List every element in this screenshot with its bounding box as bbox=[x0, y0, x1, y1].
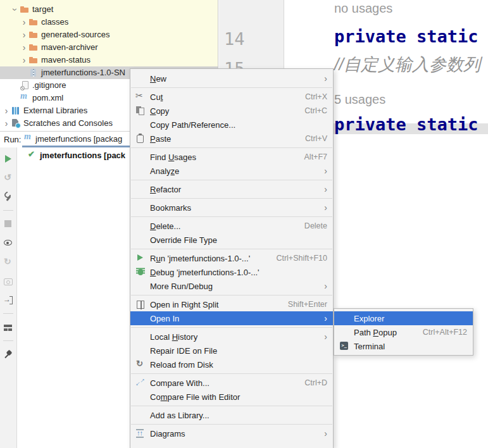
menu-separator bbox=[131, 295, 332, 296]
menu-item-shortcut: Delete bbox=[304, 221, 327, 230]
menu-item-copy-path-reference[interactable]: Copy Path/Reference... bbox=[130, 118, 333, 132]
menu-item-open-in-right-split[interactable]: Open in Right SplitShift+Enter bbox=[130, 297, 333, 311]
code-keyword[interactable]: private static bbox=[334, 115, 479, 134]
menu-item-label: Reload from Disk bbox=[150, 360, 213, 370]
stop-icon[interactable] bbox=[3, 219, 13, 229]
settings-icon[interactable] bbox=[3, 192, 13, 202]
menu-item-label: Analyze bbox=[150, 166, 179, 176]
chevron-right-icon[interactable]: › bbox=[2, 117, 11, 130]
menu-icon-spacer bbox=[339, 327, 350, 337]
chevron-right-icon[interactable]: › bbox=[20, 28, 28, 41]
submenu-arrow-icon: › bbox=[324, 314, 327, 323]
show-options-icon[interactable] bbox=[3, 238, 13, 248]
menu-icon-spacer bbox=[135, 120, 146, 130]
thread-dump-icon[interactable] bbox=[3, 295, 13, 305]
menu-item-shortcut: Ctrl+X bbox=[305, 92, 327, 101]
layout-icon[interactable] bbox=[3, 322, 13, 332]
menu-item-diagrams[interactable]: Diagrams› bbox=[130, 426, 333, 440]
tree-item-label: External Libraries bbox=[23, 104, 87, 117]
menu-item-new[interactable]: New› bbox=[130, 72, 333, 85]
submenu-arrow-icon: › bbox=[324, 74, 327, 83]
run-tab[interactable]: jmeterfunctions [packag bbox=[23, 134, 122, 144]
menu-item-override-file-type[interactable]: Override File Type bbox=[130, 233, 333, 247]
chevron-right-icon[interactable]: › bbox=[20, 41, 28, 54]
menu-item-more-run-debug[interactable]: More Run/Debug› bbox=[130, 279, 333, 293]
menu-icon-spacer bbox=[135, 410, 146, 420]
usages-inlay-hint[interactable]: 5 usages bbox=[334, 92, 385, 107]
usages-inlay-hint[interactable]: no usages bbox=[334, 1, 392, 16]
menu-item-compare-file-with-editor[interactable]: Compare File with Editor bbox=[130, 390, 333, 404]
tree-item-label: Scratches and Consoles bbox=[23, 117, 113, 130]
tree-item-maven-status[interactable]: ›maven-status bbox=[0, 54, 218, 66]
code-comment[interactable]: //自定义输入参数列 bbox=[334, 53, 480, 76]
menu-item-paste[interactable]: PasteCtrl+V bbox=[130, 132, 333, 146]
menu-item-add-as-library[interactable]: Add as Library... bbox=[130, 408, 333, 422]
run-panel-label: Run: bbox=[4, 135, 21, 144]
menu-item-shortcut: Ctrl+C bbox=[304, 106, 327, 115]
rerun-failed-icon[interactable] bbox=[3, 173, 13, 183]
menu-item-open-in[interactable]: Open In› bbox=[130, 311, 333, 325]
menu-item-label: Override File Type bbox=[150, 235, 217, 245]
chevron-right-icon[interactable]: › bbox=[2, 104, 11, 117]
menu-separator bbox=[131, 87, 332, 88]
run-configuration-row[interactable]: jmeterfunctions [pack bbox=[27, 150, 125, 160]
menu-item-repair-ide-on-file[interactable]: Repair IDE on File bbox=[130, 344, 333, 358]
menu-icon-spacer bbox=[135, 281, 146, 291]
menu-icon-spacer bbox=[135, 313, 146, 323]
menu-separator bbox=[131, 180, 332, 180]
camera-icon[interactable] bbox=[3, 276, 13, 286]
menu-item-copy[interactable]: CopyCtrl+C bbox=[130, 104, 333, 118]
tree-item-target[interactable]: ›target bbox=[0, 3, 218, 16]
run-configuration-label: jmeterfunctions [pack bbox=[40, 151, 125, 160]
menu-item-shortcut: Ctrl+Shift+F10 bbox=[276, 254, 327, 263]
menu-item-label: Open in Right Split bbox=[150, 300, 218, 309]
menu-icon-spacer bbox=[135, 152, 146, 162]
run-icon[interactable] bbox=[3, 154, 13, 164]
restart-icon[interactable] bbox=[3, 257, 13, 267]
menu-item-debug-jmeterfunctions-1-0[interactable]: Debug 'jmeterfunctions-1.0-...' bbox=[130, 265, 333, 279]
menu-icon-spacer bbox=[135, 392, 146, 402]
menu-separator bbox=[131, 373, 332, 374]
menu-separator bbox=[131, 424, 332, 425]
menu-item-label: Debug 'jmeterfunctions-1.0-...' bbox=[150, 268, 260, 277]
paste-icon bbox=[135, 134, 146, 144]
tree-item-maven-archiver[interactable]: ›maven-archiver bbox=[0, 41, 218, 54]
menu-item-find-usages[interactable]: Find UsagesAlt+F7 bbox=[130, 150, 333, 164]
menu-item-label: Compare File with Editor bbox=[150, 392, 240, 402]
menu-icon-spacer bbox=[135, 73, 146, 84]
code-keyword[interactable]: private static bbox=[334, 27, 479, 46]
menu-item-analyze[interactable]: Analyze› bbox=[130, 164, 333, 178]
menu-item-path-popup[interactable]: Path PopupCtrl+Alt+F12 bbox=[334, 325, 473, 339]
pin-icon[interactable] bbox=[3, 349, 13, 359]
menu-item-shortcut: Ctrl+Alt+F12 bbox=[423, 328, 467, 337]
menu-item-label: Find Usages bbox=[150, 152, 196, 162]
menu-item-explorer[interactable]: Explorer bbox=[334, 311, 473, 325]
run-tab-underline bbox=[22, 146, 130, 147]
menu-item-cut[interactable]: CutCtrl+X bbox=[130, 90, 333, 104]
maven-icon bbox=[20, 93, 30, 103]
maven-icon bbox=[23, 134, 34, 144]
menu-item-delete[interactable]: Delete...Delete bbox=[130, 219, 333, 233]
tree-item-classes[interactable]: ›classes bbox=[0, 16, 218, 28]
menu-separator bbox=[131, 406, 332, 406]
menu-item-compare-with[interactable]: Compare With...Ctrl+D bbox=[130, 376, 333, 390]
libraries-icon bbox=[11, 106, 21, 116]
menu-item-run-jmeterfunctions-1-0[interactable]: Run 'jmeterfunctions-1.0-...'Ctrl+Shift+… bbox=[130, 251, 333, 265]
menu-item-reload-from-disk[interactable]: Reload from Disk bbox=[130, 358, 333, 371]
menu-item-bookmarks[interactable]: Bookmarks› bbox=[130, 201, 333, 215]
open-in-submenu: ExplorerPath PopupCtrl+Alt+F12Terminal bbox=[334, 308, 473, 356]
reload-icon bbox=[135, 359, 146, 370]
gitignore-icon bbox=[20, 80, 30, 90]
menu-icon-spacer bbox=[135, 345, 146, 356]
menu-item-shortcut: Alt+F7 bbox=[304, 152, 327, 161]
toolbar-separator bbox=[3, 340, 13, 341]
submenu-arrow-icon: › bbox=[324, 429, 327, 438]
menu-item-refactor[interactable]: Refactor› bbox=[130, 182, 333, 196]
menu-item-terminal[interactable]: Terminal bbox=[334, 339, 473, 353]
tree-item-generated-sources[interactable]: ›generated-sources bbox=[0, 28, 218, 41]
menu-item-label: Copy bbox=[150, 106, 169, 116]
menu-item-local-history[interactable]: Local History› bbox=[130, 330, 333, 344]
chevron-right-icon[interactable]: › bbox=[20, 54, 28, 66]
menu-icon-spacer bbox=[135, 235, 146, 245]
chevron-right-icon[interactable]: › bbox=[20, 16, 28, 28]
